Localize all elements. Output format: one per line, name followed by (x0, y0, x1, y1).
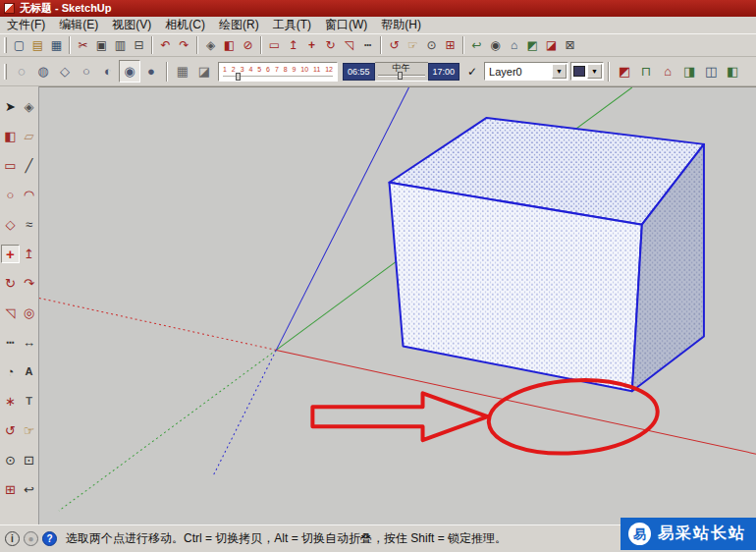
freehand-tool[interactable]: ≈ (20, 215, 38, 234)
front-view-button[interactable]: ⌂ (657, 60, 678, 83)
blue-axis-negative (213, 350, 276, 475)
eraser-icon[interactable]: ⊘ (239, 36, 257, 55)
circle-tool[interactable]: ○ (1, 186, 20, 204)
tape-measure-icon[interactable]: ┅ (358, 36, 377, 55)
layer-combo-arrow-icon[interactable]: ▼ (552, 64, 567, 79)
scale-tool[interactable]: ◹ (1, 304, 20, 322)
top-view-button[interactable]: ⊓ (635, 60, 657, 83)
dimension-tool[interactable]: ↔ (20, 333, 38, 352)
toolbar-grip[interactable] (4, 64, 7, 80)
menu-item[interactable]: 绘图(R) (212, 17, 266, 33)
line-tool[interactable]: ╱ (20, 156, 38, 175)
hidden-line-style-button[interactable]: ○ (76, 60, 97, 83)
copy-icon[interactable]: ▣ (92, 36, 111, 55)
wireframe-style-button[interactable]: ◇ (54, 60, 76, 83)
select-tool[interactable]: ➤ (1, 97, 20, 116)
zoom-icon[interactable]: ⊙ (422, 36, 441, 55)
orbit-tool[interactable]: ↺ (1, 421, 20, 440)
rotate-tool[interactable]: ↻ (1, 274, 20, 293)
zoom-extents-tool[interactable]: ⊞ (1, 480, 20, 499)
layer-color-arrow-icon[interactable]: ▼ (587, 64, 602, 79)
undo-icon[interactable]: ↶ (156, 36, 175, 55)
polygon-tool[interactable]: ◇ (1, 215, 20, 234)
green-axis-negative (59, 350, 276, 511)
xray-style-button[interactable]: ◌ (11, 60, 32, 83)
paint-bucket-icon[interactable]: ◧ (220, 36, 239, 55)
back-view-button[interactable]: ◫ (700, 60, 722, 83)
front-view-icon[interactable]: ⌂ (505, 36, 523, 55)
menu-item[interactable]: 编辑(E) (52, 17, 105, 33)
time-slider-mid[interactable]: 中午 (375, 62, 428, 82)
window-title: 无标题 - SketchUp (20, 1, 112, 16)
new-icon[interactable]: ▢ (10, 36, 28, 55)
date-slider-track[interactable] (223, 76, 333, 78)
make-component-icon[interactable]: ◈ (201, 36, 220, 55)
date-slider-handle[interactable] (236, 73, 241, 81)
section-plane-icon[interactable]: ◪ (542, 36, 561, 55)
eraser-tool[interactable]: ▱ (20, 127, 38, 145)
shadow-time-slider: 06:55 中午 17:00 (343, 62, 459, 82)
toolbar-grip[interactable] (4, 37, 7, 53)
paint-bucket-tool[interactable]: ◧ (1, 127, 20, 145)
iso-view-button[interactable]: ◩ (614, 60, 635, 83)
layer-combo[interactable]: Layer0 ▼ (484, 62, 568, 81)
3d-text-tool[interactable]: T (20, 392, 38, 411)
text-tool[interactable]: A (20, 362, 38, 381)
move-icon[interactable]: + (302, 36, 321, 55)
scale-icon[interactable]: ◹ (340, 36, 358, 55)
follow-me-tool[interactable]: ↷ (20, 274, 38, 293)
layer-color-combo[interactable]: ▼ (570, 62, 604, 81)
zoom-tool[interactable]: ⊙ (1, 451, 20, 469)
shadow-dialog-button[interactable]: ▦ (172, 60, 193, 83)
push-pull-icon[interactable]: ↥ (284, 36, 302, 55)
zoom-extents-icon[interactable]: ⊞ (441, 36, 459, 55)
question-icon[interactable]: ? (42, 531, 57, 546)
monochrome-style-button[interactable]: ● (140, 60, 162, 83)
menu-item[interactable]: 窗口(W) (318, 17, 374, 33)
status-circle-icon[interactable]: ● (24, 531, 38, 546)
shaded-textures-style-button[interactable]: ◉ (119, 60, 140, 83)
orbit-icon[interactable]: ↺ (385, 36, 404, 55)
left-view-button[interactable]: ◧ (722, 60, 743, 83)
shadow-date-slider[interactable]: 1 2 3 4 5 6 7 8 9 10 (218, 62, 338, 82)
open-icon[interactable]: ▤ (28, 36, 47, 55)
rotate-icon[interactable]: ↻ (321, 36, 340, 55)
menu-item[interactable]: 视图(V) (105, 17, 158, 33)
drawing-canvas[interactable] (39, 86, 756, 524)
right-view-button[interactable]: ◨ (678, 60, 700, 83)
tape-measure-tool[interactable]: ┅ (1, 333, 20, 352)
print-icon[interactable]: ⊟ (130, 36, 148, 55)
time-slider-handle[interactable] (398, 72, 403, 80)
layer-check-icon[interactable]: ✓ (464, 65, 480, 79)
move-tool[interactable]: + (1, 245, 20, 263)
pan-icon[interactable]: ☞ (404, 36, 422, 55)
rectangle-tool[interactable]: ▭ (1, 156, 20, 175)
shaded-style-button[interactable]: ◐ (97, 60, 119, 83)
info-icon[interactable]: i (5, 531, 20, 546)
push-pull-tool[interactable]: ↥ (20, 245, 38, 263)
rectangle-icon[interactable]: ▭ (265, 36, 284, 55)
menu-item[interactable]: 文件(F) (0, 17, 52, 33)
redo-icon[interactable]: ↷ (175, 36, 193, 55)
protractor-tool[interactable]: ◔ (1, 362, 20, 381)
save-icon[interactable]: ▦ (47, 36, 66, 55)
offset-tool[interactable]: ◎ (20, 304, 38, 322)
pan-tool[interactable]: ☞ (20, 421, 38, 440)
menu-item[interactable]: 工具(T) (266, 17, 318, 33)
back-edges-style-button[interactable]: ◍ (32, 60, 54, 83)
time-slider-track[interactable] (378, 75, 425, 77)
previous-view-tool[interactable]: ↩ (20, 480, 38, 499)
camera-icon[interactable]: ◉ (486, 36, 505, 55)
shadow-toggle-button[interactable]: ◪ (193, 60, 215, 83)
settings-icon[interactable]: ⊠ (561, 36, 579, 55)
axes-tool[interactable]: ∗ (1, 392, 20, 411)
previous-view-icon[interactable]: ↩ (467, 36, 486, 55)
paste-icon[interactable]: ▥ (111, 36, 130, 55)
cut-icon[interactable]: ✂ (74, 36, 92, 55)
arc-tool[interactable]: ◠ (20, 186, 38, 204)
menu-item[interactable]: 相机(C) (158, 17, 212, 33)
iso-view-icon[interactable]: ◩ (523, 36, 542, 55)
make-component-tool[interactable]: ◈ (20, 97, 38, 116)
menu-item[interactable]: 帮助(H) (374, 17, 428, 33)
zoom-window-tool[interactable]: ⊡ (20, 451, 38, 469)
